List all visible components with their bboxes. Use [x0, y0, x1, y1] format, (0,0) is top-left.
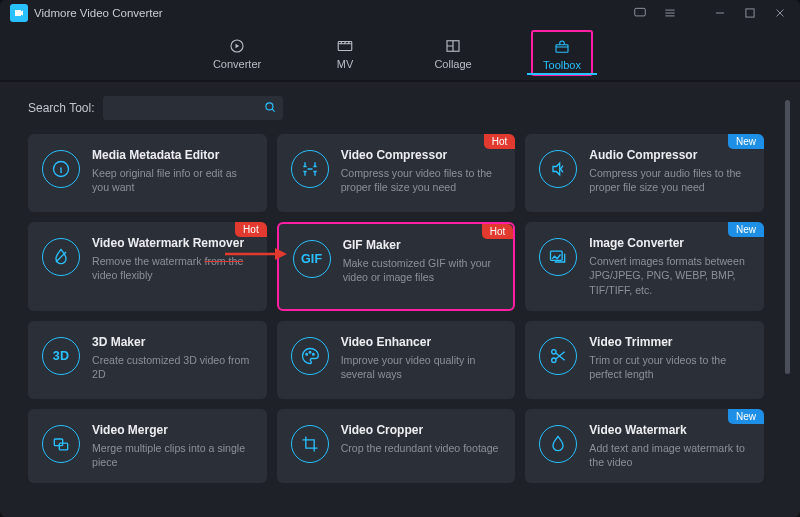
search-input[interactable] — [109, 101, 263, 115]
new-badge: New — [728, 222, 764, 237]
drop-icon — [42, 238, 80, 276]
title-left: Vidmore Video Converter — [10, 4, 163, 22]
card-desc: Compress your audio files to the proper … — [589, 166, 750, 195]
card-title: Video Enhancer — [341, 335, 502, 349]
card-video-compressor[interactable]: Hot Video Compressor Compress your video… — [277, 134, 516, 212]
card-title: Audio Compressor — [589, 148, 750, 162]
feedback-icon[interactable] — [630, 3, 650, 23]
svg-rect-1 — [746, 9, 754, 17]
search-row: Search Tool: — [28, 96, 790, 120]
app-logo-icon — [10, 4, 28, 22]
card-video-merger[interactable]: Video Merger Merge multiple clips into a… — [28, 409, 267, 484]
svg-rect-8 — [551, 251, 563, 260]
palette-icon — [291, 337, 329, 375]
card-gif-maker[interactable]: Hot GIF GIF Maker Make customized GIF wi… — [277, 222, 516, 311]
title-right — [630, 3, 790, 23]
hot-badge: Hot — [484, 134, 516, 149]
card-image-converter[interactable]: New Image Converter Convert images forma… — [525, 222, 764, 311]
card-desc: Compress your video files to the proper … — [341, 166, 502, 195]
image-convert-icon — [539, 238, 577, 276]
tab-label: Toolbox — [543, 59, 581, 71]
card-video-trimmer[interactable]: Video Trimmer Trim or cut your videos to… — [525, 321, 764, 399]
card-video-watermark[interactable]: New Video Watermark Add text and image w… — [525, 409, 764, 484]
app-title: Vidmore Video Converter — [34, 7, 163, 19]
svg-point-10 — [309, 351, 311, 353]
tab-label: Collage — [434, 58, 471, 70]
audio-compress-icon — [539, 150, 577, 188]
tab-label: MV — [337, 58, 354, 70]
card-title: Video Cropper — [341, 423, 502, 437]
card-video-cropper[interactable]: Video Cropper Crop the redundant video f… — [277, 409, 516, 484]
merge-icon — [42, 425, 80, 463]
card-title: Video Compressor — [341, 148, 502, 162]
crop-icon — [291, 425, 329, 463]
card-video-enhancer[interactable]: Video Enhancer Improve your video qualit… — [277, 321, 516, 399]
card-3d-maker[interactable]: 3D 3D Maker Create customized 3D video f… — [28, 321, 267, 399]
scrollbar-thumb[interactable] — [785, 100, 790, 374]
gif-icon: GIF — [293, 240, 331, 278]
search-label: Search Tool: — [28, 101, 95, 115]
hot-badge: Hot — [482, 224, 514, 239]
watermark-icon — [539, 425, 577, 463]
card-title: Video Watermark — [589, 423, 750, 437]
card-desc: Add text and image watermark to the vide… — [589, 441, 750, 470]
tab-converter[interactable]: Converter — [207, 26, 267, 80]
hot-badge: Hot — [235, 222, 267, 237]
card-desc: Merge multiple clips into a single piece — [92, 441, 253, 470]
maximize-icon[interactable] — [740, 3, 760, 23]
tab-collage[interactable]: Collage — [423, 26, 483, 80]
tab-toolbox[interactable]: Toolbox — [531, 30, 593, 76]
card-title: Video Watermark Remover — [92, 236, 253, 250]
card-title: GIF Maker — [343, 238, 500, 252]
card-desc: Remove the watermark from the video flex… — [92, 254, 253, 283]
card-title: Video Merger — [92, 423, 253, 437]
svg-point-9 — [305, 353, 307, 355]
svg-point-11 — [312, 353, 314, 355]
main-tabs: Converter MV Collage Toolbox — [0, 26, 800, 82]
menu-icon[interactable] — [660, 3, 680, 23]
card-desc: Keep original file info or edit as you w… — [92, 166, 253, 195]
card-desc: Crop the redundant video footage — [341, 441, 502, 455]
card-title: 3D Maker — [92, 335, 253, 349]
3d-icon: 3D — [42, 337, 80, 375]
titlebar: Vidmore Video Converter — [0, 0, 800, 26]
card-video-watermark-remover[interactable]: Hot Video Watermark Remover Remove the w… — [28, 222, 267, 311]
card-desc: Trim or cut your videos to the perfect l… — [589, 353, 750, 382]
card-title: Image Converter — [589, 236, 750, 250]
svg-rect-5 — [556, 44, 568, 52]
card-media-metadata-editor[interactable]: Media Metadata Editor Keep original file… — [28, 134, 267, 212]
tab-mv[interactable]: MV — [315, 26, 375, 80]
svg-point-6 — [265, 102, 272, 109]
content-area: Search Tool: Media Metadata Editor Keep … — [0, 82, 800, 517]
card-desc: Convert images formats between JPG/JPEG,… — [589, 254, 750, 297]
scrollbar[interactable] — [785, 100, 790, 503]
card-desc: Improve your video quality in several wa… — [341, 353, 502, 382]
close-icon[interactable] — [770, 3, 790, 23]
new-badge: New — [728, 134, 764, 149]
tools-grid: Media Metadata Editor Keep original file… — [28, 134, 790, 483]
scissors-icon — [539, 337, 577, 375]
tab-label: Converter — [213, 58, 261, 70]
search-icon[interactable] — [263, 100, 277, 117]
info-icon — [42, 150, 80, 188]
card-desc: Make customized GIF with your video or i… — [343, 256, 500, 285]
svg-rect-15 — [59, 443, 67, 450]
minimize-icon[interactable] — [710, 3, 730, 23]
card-title: Video Trimmer — [589, 335, 750, 349]
card-audio-compressor[interactable]: New Audio Compressor Compress your audio… — [525, 134, 764, 212]
card-title: Media Metadata Editor — [92, 148, 253, 162]
new-badge: New — [728, 409, 764, 424]
app-window: Vidmore Video Converter Converter — [0, 0, 800, 517]
card-desc: Create customized 3D video from 2D — [92, 353, 253, 382]
svg-rect-14 — [54, 439, 62, 446]
search-box[interactable] — [103, 96, 283, 120]
compress-icon — [291, 150, 329, 188]
